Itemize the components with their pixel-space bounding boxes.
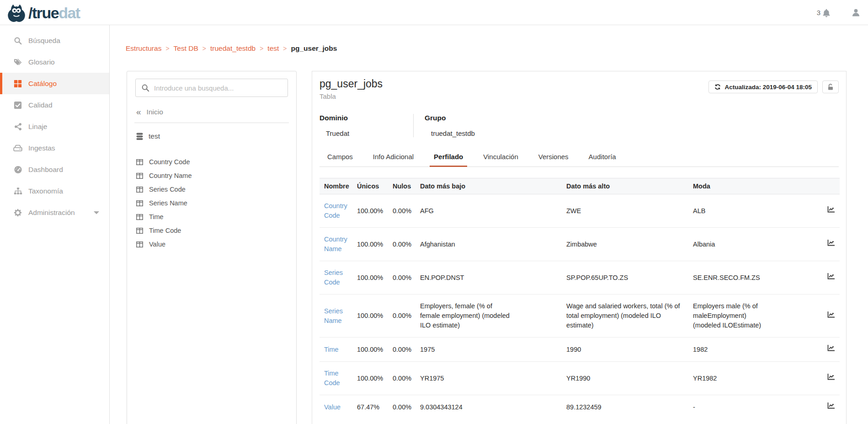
breadcrumb-link-truedat-testdb[interactable]: truedat_testdb [210, 44, 256, 53]
chart-line-icon[interactable] [827, 239, 835, 247]
drive-icon [13, 144, 22, 153]
cell-nulls: 0.00% [388, 228, 415, 261]
table-row: Country Name 100.00% 0.00% Afghanistan Z… [320, 228, 840, 261]
tree-item-label: test [149, 132, 160, 140]
notifications-button[interactable]: 3 [817, 8, 831, 17]
breadcrumb: Estructuras > Test DB > truedat_testdb >… [126, 44, 337, 53]
field-link[interactable]: Series Code [324, 269, 343, 286]
sidebar-item-linaje[interactable]: Linaje [0, 116, 109, 137]
sidebar-item-dashboard[interactable]: Dashboard [0, 159, 109, 180]
columns-icon [136, 242, 143, 247]
field-link[interactable]: Country Code [324, 202, 347, 219]
cell-high-value: ZWE [566, 206, 684, 216]
sidebar-item-label: Calidad [28, 101, 53, 109]
cell-nulls: 0.00% [388, 395, 415, 419]
tags-icon [13, 58, 22, 67]
breadcrumb-link-estructuras[interactable]: Estructuras [126, 44, 161, 53]
field-link[interactable]: Time [324, 346, 339, 353]
sidebar-item-ingestas[interactable]: Ingestas [0, 137, 109, 159]
chart-line-icon[interactable] [827, 373, 835, 381]
sidebar-item-glosario[interactable]: Glosario [0, 51, 109, 73]
tree-field-time-code[interactable]: Time Code [135, 224, 288, 237]
cell-mode-value: 1982 [693, 345, 775, 354]
columns-icon [136, 228, 143, 234]
tree-divider [134, 123, 289, 123]
updated-refresh-button[interactable]: Actualizada: 2019-06-04 18:05 [708, 81, 818, 93]
tab-vinculacion[interactable]: Vinculación [479, 149, 522, 167]
tab-campos[interactable]: Campos [323, 149, 357, 167]
sidebar-item-label: Búsqueda [28, 37, 60, 45]
cell-high-value: YR1990 [566, 374, 684, 383]
tree-back-button[interactable]: « Inicio [136, 108, 288, 116]
cell-unique: 100.00% [352, 261, 388, 295]
tree-field-label: Value [149, 241, 165, 248]
updated-label: Actualizada: 2019-06-04 18:05 [724, 84, 812, 91]
field-link[interactable]: Series Name [324, 307, 343, 324]
tab-auditoria[interactable]: Auditoría [585, 149, 620, 167]
cell-low-value: 9.0304343124 [420, 403, 514, 412]
unlock-button[interactable] [822, 81, 839, 93]
chart-line-icon[interactable] [827, 273, 835, 280]
breadcrumb-link-testdb[interactable]: Test DB [174, 44, 198, 53]
cell-nulls: 0.00% [388, 362, 415, 395]
grid-icon [13, 79, 22, 88]
column-header-dato-mas-bajo: Dato más bajo [415, 178, 562, 194]
chart-line-icon[interactable] [827, 206, 835, 213]
cell-high-value: Zimbabwe [566, 240, 684, 249]
chart-line-icon[interactable] [827, 311, 835, 318]
tab-info-adicional[interactable]: Info Adicional [369, 149, 418, 167]
tree-back-label: Inicio [147, 108, 163, 116]
cell-unique: 100.00% [352, 362, 388, 395]
chevron-down-icon [94, 211, 99, 215]
cell-mode-value: ALB [693, 206, 775, 216]
cell-low-value: YR1975 [420, 374, 514, 383]
cell-unique: 100.00% [352, 338, 388, 362]
breadcrumb-link-test[interactable]: test [267, 44, 279, 53]
table-row: Country Code 100.00% 0.00% AFG ZWE ALB [320, 194, 840, 228]
search-icon [141, 84, 149, 94]
chart-line-icon[interactable] [827, 402, 835, 409]
sidebar-item-catalogo[interactable]: Catálogo [0, 73, 109, 94]
tree-field-label: Series Code [149, 186, 186, 193]
sidebar-item-calidad[interactable]: Calidad [0, 94, 109, 116]
cell-high-value: 89.1232459 [566, 403, 684, 412]
cell-nulls: 0.00% [388, 194, 415, 228]
column-header-chart [812, 178, 840, 194]
cell-low-value: 1975 [420, 345, 514, 354]
breadcrumb-separator: > [260, 45, 263, 52]
tree-item-test[interactable]: test [136, 132, 288, 140]
sidebar-item-label: Dashboard [28, 166, 63, 174]
group-label: Grupo [425, 114, 475, 122]
cell-mode-value: YR1982 [693, 374, 775, 383]
logo-wordmark: /truedat [28, 4, 80, 22]
group-value: truedat_testdb [431, 129, 475, 137]
sidebar-item-busqueda[interactable]: Búsqueda [0, 30, 109, 51]
field-link[interactable]: Time Code [324, 370, 340, 386]
sidebar-item-label: Taxonomía [28, 187, 63, 195]
tree-field-country-code[interactable]: Country Code [135, 155, 288, 169]
tree-field-value[interactable]: Value [135, 237, 288, 251]
tree-search-input[interactable] [135, 79, 288, 97]
table-row: Time Code 100.00% 0.00% YR1975 YR1990 YR… [320, 362, 840, 395]
tab-versiones[interactable]: Versiones [534, 149, 573, 167]
columns-icon [136, 214, 143, 220]
cell-high-value: SP.POP.65UP.TO.ZS [566, 273, 684, 283]
cell-unique: 67.47% [352, 395, 388, 419]
tree-field-label: Time [149, 213, 164, 220]
tree-field-country-name[interactable]: Country Name [135, 169, 288, 182]
sidebar-item-taxonomia[interactable]: Taxonomía [0, 180, 109, 202]
field-link[interactable]: Country Name [324, 236, 347, 252]
tree-field-series-code[interactable]: Series Code [135, 182, 288, 196]
user-menu-button[interactable] [851, 8, 861, 17]
domain-value: Truedat [326, 129, 413, 137]
chart-line-icon[interactable] [827, 344, 835, 352]
sidebar-item-label: Glosario [28, 58, 55, 66]
tree-field-series-name[interactable]: Series Name [135, 196, 288, 210]
field-link[interactable]: Value [324, 403, 341, 411]
tree-field-time[interactable]: Time [135, 210, 288, 224]
truedat-logo[interactable]: /truedat [6, 3, 80, 23]
profile-table: Nombre Únicos Nulos Dato más bajo Dato m… [320, 178, 840, 419]
gear-icon [13, 208, 22, 217]
sidebar-item-administracion[interactable]: Administración [0, 202, 109, 223]
tab-perfilado[interactable]: Perfilado [430, 149, 467, 167]
